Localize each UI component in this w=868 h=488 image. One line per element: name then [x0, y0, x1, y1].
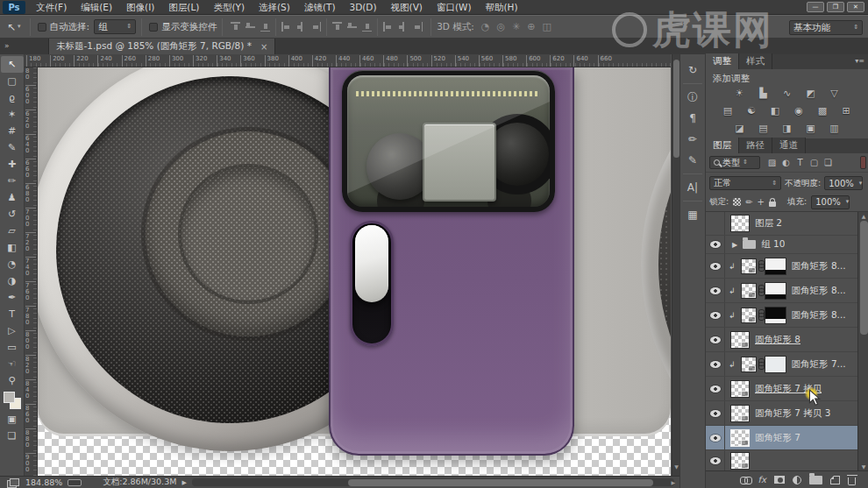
panel-menu-icon[interactable]: ▾≡ [855, 57, 864, 65]
visibility-toggle[interactable] [706, 254, 725, 278]
color-balance-icon[interactable]: ☯ [743, 104, 759, 117]
filter-type-layers-icon[interactable]: T [794, 158, 806, 167]
eyedropper-tool[interactable]: ✎ [1, 139, 24, 156]
layers-scrollbar-thumb[interactable] [860, 221, 868, 335]
blur-tool[interactable]: ◔ [1, 256, 24, 272]
link-layers-icon[interactable] [740, 477, 751, 484]
tab-adjustments[interactable]: 调整 [706, 53, 739, 69]
character-panel-icon[interactable]: A| [682, 178, 703, 197]
mask-thumbnail[interactable] [765, 356, 786, 373]
black-white-icon[interactable]: ◧ [767, 104, 783, 117]
hue-saturation-icon[interactable]: ▤ [720, 104, 736, 117]
visibility-toggle[interactable] [706, 450, 725, 470]
crop-tool[interactable]: # [1, 123, 24, 139]
brush-panel-icon[interactable]: ✏ [682, 130, 703, 149]
opacity-field[interactable]: 100%▾ [824, 176, 863, 190]
mask-link-icon[interactable] [758, 358, 764, 370]
type-tool[interactable]: T [1, 306, 24, 322]
paragraph-panel-icon[interactable]: ¶ [682, 109, 703, 128]
mask-thumbnail[interactable] [765, 282, 786, 300]
layer-row[interactable]: 图层 2 [706, 212, 857, 236]
layer-row[interactable]: 圆角矩形 7 拷贝 3 [706, 401, 857, 426]
menu-3d[interactable]: 3D(D) [342, 0, 383, 15]
pen-tool[interactable]: ✒ [1, 289, 24, 306]
menu-layer[interactable]: 图层(L) [161, 0, 206, 15]
align-bottom-edges-icon[interactable] [260, 22, 270, 32]
expand-triangle-icon[interactable]: ▶ [732, 241, 737, 249]
drag-3d-icon[interactable]: ✳ [512, 21, 520, 32]
menu-filter[interactable]: 滤镜(T) [297, 0, 343, 15]
align-top-edges-icon[interactable] [231, 22, 240, 32]
menu-window[interactable]: 窗口(W) [430, 0, 479, 15]
delete-layer-icon[interactable] [848, 475, 856, 485]
layer-thumbnail[interactable] [730, 331, 750, 349]
menu-help[interactable]: 帮助(H) [479, 0, 525, 15]
vertical-scrollbar[interactable]: ▼ [672, 54, 679, 476]
lock-all-icon[interactable] [769, 202, 776, 207]
visibility-toggle[interactable] [706, 236, 725, 253]
layer-name[interactable]: 组 10 [761, 238, 785, 251]
document-canvas[interactable] [38, 67, 671, 476]
layer-style-icon[interactable]: fx [758, 475, 766, 484]
blend-mode-dropdown[interactable]: 正常⇕ [709, 176, 781, 190]
new-layer-icon[interactable] [830, 476, 840, 484]
filter-shape-layers-icon[interactable]: ▢ [808, 158, 820, 167]
hand-tool[interactable]: ☜ [1, 356, 24, 372]
lasso-tool[interactable]: ϱ [1, 89, 24, 106]
dodge-tool[interactable]: ◑ [1, 272, 24, 289]
levels-icon[interactable]: ▙ [756, 87, 772, 100]
visibility-toggle[interactable] [706, 401, 725, 425]
show-transform-checkbox[interactable] [149, 23, 158, 32]
new-adjustment-layer-icon[interactable] [793, 476, 801, 484]
layer-row[interactable]: 圆角矩形 7 [706, 426, 857, 450]
marquee-tool[interactable]: ▢ [1, 73, 24, 89]
scroll-down-icon[interactable]: ▼ [858, 463, 868, 470]
toolbar-collapse-icon[interactable]: » [4, 41, 10, 50]
history-brush-tool[interactable]: ↺ [1, 206, 24, 223]
shape-tool[interactable]: ▭ [1, 339, 24, 356]
layer-name[interactable]: 圆角矩形 7 [755, 432, 800, 444]
visibility-toggle[interactable] [706, 426, 725, 449]
tool-preset-picker[interactable]: ↖ ▾ [4, 21, 25, 33]
layer-row[interactable]: ↲圆角矩形 8... [706, 303, 857, 328]
zoom-level[interactable]: 184.88% [25, 477, 62, 487]
menu-type[interactable]: 类型(Y) [206, 0, 252, 15]
photo-filter-icon[interactable]: ◉ [791, 104, 807, 117]
eraser-tool[interactable]: ▱ [1, 223, 24, 239]
roll-3d-icon[interactable]: ◎ [496, 21, 505, 32]
align-left-edges-icon[interactable] [281, 22, 291, 32]
menu-select[interactable]: 选择(S) [252, 0, 297, 15]
layer-row[interactable]: 圆角矩形 8 [706, 328, 857, 352]
layer-thumbnail[interactable] [730, 215, 750, 232]
menu-file[interactable]: 文件(F) [29, 0, 74, 15]
filter-pixel-layers-icon[interactable]: ▨ [766, 158, 778, 167]
curves-icon[interactable]: ∿ [779, 87, 795, 100]
exposure-icon[interactable]: ◩ [803, 87, 819, 100]
layer-thumbnail[interactable] [730, 380, 750, 398]
gradient-map-icon[interactable]: ▥ [827, 122, 843, 135]
align-right-edges-icon[interactable] [311, 22, 321, 32]
quick-mask-icon[interactable]: ▣ [1, 411, 24, 428]
layer-name[interactable]: 圆角矩形 8... [792, 285, 846, 297]
visibility-toggle[interactable] [706, 279, 725, 302]
timeline-panel-icon[interactable]: ▦ [682, 205, 703, 224]
layer-row[interactable]: ▶组 10 [706, 236, 857, 254]
posterize-icon[interactable]: ▤ [756, 122, 772, 135]
workspace-switcher[interactable]: 基本功能⇕ [789, 20, 863, 35]
layer-name[interactable]: 圆角矩形 8... [792, 260, 846, 272]
auto-select-dropdown[interactable]: 组⇕ [94, 19, 136, 34]
distribute-vertical-centers-icon[interactable] [347, 22, 357, 32]
layer-thumbnail[interactable] [730, 452, 750, 470]
layer-filter-dropdown[interactable]: 类型 ⇕ [709, 156, 760, 169]
mask-link-icon[interactable] [758, 285, 764, 296]
foreground-color-swatch[interactable] [4, 392, 15, 403]
mask-link-icon[interactable] [758, 260, 764, 272]
new-group-icon[interactable] [809, 476, 822, 484]
menu-view[interactable]: 视图(V) [384, 0, 430, 15]
lock-position-icon[interactable]: + [758, 197, 765, 207]
layer-name[interactable]: 图层 2 [755, 217, 782, 230]
layer-name[interactable]: 圆角矩形 7 拷贝 [755, 383, 822, 395]
mask-thumbnail[interactable] [765, 307, 786, 324]
scroll-up-icon[interactable]: ▲ [858, 213, 868, 219]
layer-thumbnail[interactable] [730, 405, 750, 422]
